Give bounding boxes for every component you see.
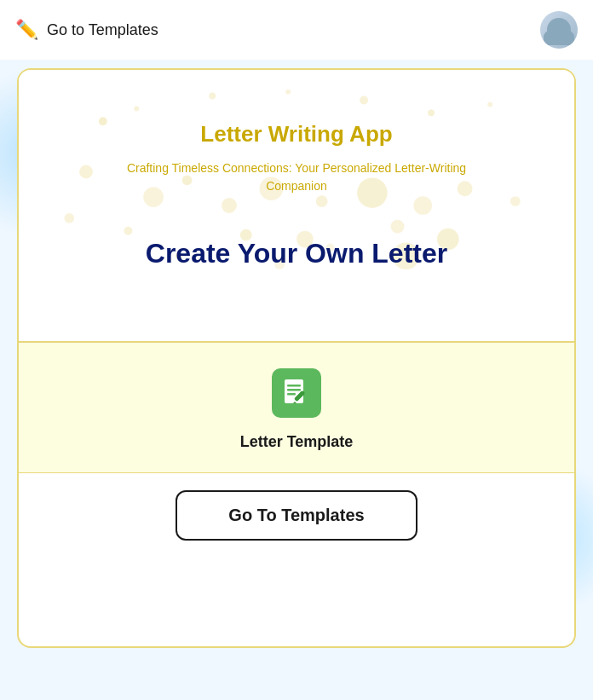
svg-point-12 — [316, 195, 328, 207]
svg-point-7 — [79, 165, 93, 179]
letter-template-icon — [272, 368, 321, 418]
svg-point-2 — [209, 93, 216, 100]
pencil-icon: ✏️ — [15, 19, 38, 41]
go-to-templates-button[interactable]: Go To Templates — [176, 490, 417, 541]
svg-point-5 — [428, 109, 435, 116]
svg-point-1 — [134, 106, 139, 111]
svg-rect-30 — [287, 393, 296, 396]
svg-rect-27 — [285, 379, 303, 403]
svg-rect-29 — [287, 389, 301, 391]
document-icon — [281, 378, 312, 408]
svg-point-3 — [285, 90, 291, 95]
avatar-image — [547, 18, 571, 42]
app-title: Letter Writing App — [36, 121, 557, 148]
svg-point-10 — [222, 198, 237, 213]
app-subtitle: Crafting Timeless Connections: Your Pers… — [126, 159, 467, 195]
card-label: Letter Template — [240, 433, 354, 451]
splash-decoration — [19, 70, 574, 341]
svg-point-16 — [510, 196, 521, 206]
svg-point-14 — [413, 196, 432, 215]
svg-point-4 — [360, 96, 368, 105]
main-card: Letter Writing App Crafting Timeless Con… — [17, 68, 576, 648]
svg-point-17 — [124, 227, 132, 235]
svg-rect-28 — [287, 385, 301, 387]
button-section: Go To Templates — [19, 473, 574, 558]
letter-template-card[interactable]: Letter Template — [19, 343, 574, 473]
create-title: Create Your Own Letter — [36, 238, 557, 278]
avatar[interactable] — [540, 11, 578, 49]
svg-point-22 — [64, 213, 74, 223]
hero-section: Letter Writing App Crafting Timeless Con… — [19, 70, 574, 343]
header-left: ✏️ Go to Templates — [15, 19, 158, 41]
svg-point-20 — [391, 220, 405, 234]
header-title[interactable]: Go to Templates — [47, 21, 158, 39]
svg-point-6 — [487, 101, 492, 107]
header: ✏️ Go to Templates — [0, 0, 593, 60]
